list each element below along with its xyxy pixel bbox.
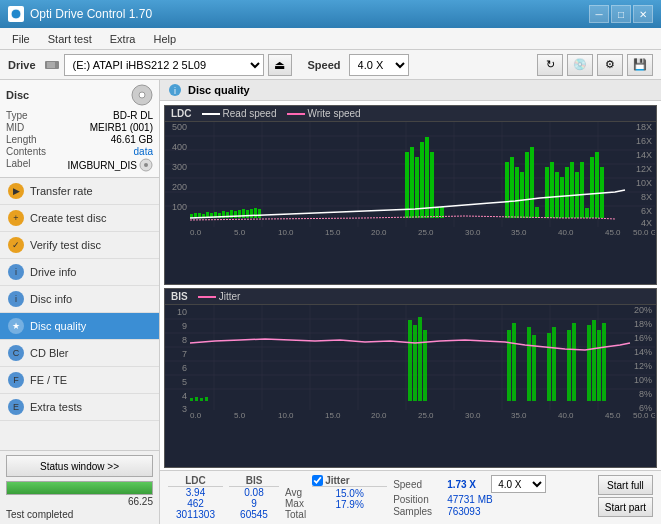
- svg-rect-2: [47, 62, 55, 68]
- ldc-max: 462: [168, 498, 223, 509]
- sidebar-item-drive-info[interactable]: i Drive info: [0, 259, 159, 286]
- bis-header: BIS: [229, 475, 279, 487]
- start-full-button[interactable]: Start full: [598, 475, 653, 495]
- drive-info-icon: i: [8, 264, 24, 280]
- svg-rect-56: [405, 152, 409, 218]
- legend-write-speed-color: [287, 113, 305, 115]
- svg-rect-136: [527, 327, 531, 401]
- fe-te-icon: F: [8, 372, 24, 388]
- cd-bler-icon: C: [8, 345, 24, 361]
- bis-stats: BIS 0.08 9 60545: [229, 475, 279, 520]
- position-val: 47731 MB: [447, 494, 493, 505]
- bis-avg: 0.08: [229, 487, 279, 498]
- disc-contents-label: Contents: [6, 146, 46, 157]
- settings-button[interactable]: ⚙: [597, 54, 623, 76]
- sidebar-item-verify-test-disc[interactable]: ✓ Verify test disc: [0, 232, 159, 259]
- jitter-checkbox[interactable]: [312, 475, 323, 486]
- speed-label: Speed: [308, 59, 341, 71]
- speed-selector-stats[interactable]: 4.0 X: [491, 475, 546, 493]
- svg-rect-52: [246, 210, 249, 218]
- create-test-icon: +: [8, 210, 24, 226]
- svg-rect-139: [552, 327, 556, 401]
- nav-label-extra-tests: Extra tests: [30, 401, 82, 413]
- app-icon: [8, 6, 24, 22]
- sidebar-item-transfer-rate[interactable]: ▶ Transfer rate: [0, 178, 159, 205]
- close-button[interactable]: ✕: [633, 5, 653, 23]
- save-button[interactable]: 💾: [627, 54, 653, 76]
- svg-text:0.0: 0.0: [190, 228, 202, 237]
- svg-rect-71: [545, 167, 549, 218]
- svg-rect-78: [580, 162, 584, 218]
- drive-icon: [44, 57, 60, 73]
- max-label: Max: [285, 498, 304, 509]
- sidebar-progress-text: 66.25: [6, 496, 153, 507]
- total-label: Total: [285, 509, 306, 520]
- refresh-button[interactable]: ↻: [537, 54, 563, 76]
- svg-rect-74: [560, 177, 564, 218]
- svg-rect-133: [423, 330, 427, 401]
- sidebar-item-disc-info[interactable]: i Disc info: [0, 286, 159, 313]
- speed-selector[interactable]: 4.0 X: [349, 54, 409, 76]
- start-part-button[interactable]: Start part: [598, 497, 653, 517]
- minimize-button[interactable]: ─: [589, 5, 609, 23]
- svg-text:5.0: 5.0: [234, 228, 246, 237]
- avg-label: Avg: [285, 487, 302, 498]
- sidebar-item-create-test-disc[interactable]: + Create test disc: [0, 205, 159, 232]
- chart-panel-2: BIS Jitter: [164, 288, 657, 468]
- menu-extra[interactable]: Extra: [102, 31, 144, 47]
- nav-label-drive-info: Drive info: [30, 266, 76, 278]
- svg-point-6: [144, 163, 148, 167]
- svg-text:18X: 18X: [636, 122, 652, 132]
- svg-text:45.0: 45.0: [605, 411, 621, 420]
- svg-text:8: 8: [182, 335, 187, 345]
- svg-text:8X: 8X: [641, 192, 652, 202]
- drivebar: Drive (E:) ATAPI iHBS212 2 5L09 ⏏ Speed …: [0, 50, 661, 80]
- svg-text:40.0: 40.0: [558, 228, 574, 237]
- bis-total: 60545: [229, 509, 279, 520]
- sidebar-item-cd-bler[interactable]: C CD Bler: [0, 340, 159, 367]
- maximize-button[interactable]: □: [611, 5, 631, 23]
- ldc-header: LDC: [168, 475, 223, 487]
- nav-label-transfer-rate: Transfer rate: [30, 185, 93, 197]
- sidebar-item-disc-quality[interactable]: ★ Disc quality: [0, 313, 159, 340]
- svg-rect-72: [550, 162, 554, 218]
- disc-panel: Disc Type BD-R DL MID MEIRB1 (001) Lengt…: [0, 80, 159, 178]
- svg-text:i: i: [174, 86, 176, 96]
- status-window-button[interactable]: Status window >>: [6, 455, 153, 477]
- legend-jitter-color: [198, 296, 216, 298]
- svg-point-4: [139, 92, 145, 98]
- svg-rect-138: [547, 333, 551, 401]
- disc-mid-value: MEIRB1 (001): [90, 122, 153, 133]
- drive-selector[interactable]: (E:) ATAPI iHBS212 2 5L09: [64, 54, 264, 76]
- nav-label-cd-bler: CD Bler: [30, 347, 69, 359]
- sidebar: Disc Type BD-R DL MID MEIRB1 (001) Lengt…: [0, 80, 160, 524]
- jitter-stats: Jitter 15.0% 17.9%: [312, 475, 387, 510]
- sidebar-item-fe-te[interactable]: F FE / TE: [0, 367, 159, 394]
- svg-rect-73: [555, 172, 559, 218]
- svg-text:7: 7: [182, 349, 187, 359]
- status-text: Test completed: [6, 509, 153, 520]
- svg-text:12X: 12X: [636, 164, 652, 174]
- start-buttons: Start full Start part: [598, 475, 653, 517]
- menu-starttest[interactable]: Start test: [40, 31, 100, 47]
- svg-rect-140: [567, 330, 571, 401]
- menu-file[interactable]: File: [4, 31, 38, 47]
- position-label: Position: [393, 494, 443, 505]
- menu-help[interactable]: Help: [145, 31, 184, 47]
- eject-button[interactable]: ⏏: [268, 54, 292, 76]
- disc-button[interactable]: 💿: [567, 54, 593, 76]
- svg-text:35.0: 35.0: [511, 228, 527, 237]
- jitter-header: Jitter: [325, 475, 349, 486]
- sidebar-item-extra-tests[interactable]: E Extra tests: [0, 394, 159, 421]
- nav-label-disc-info: Disc info: [30, 293, 72, 305]
- svg-text:18%: 18%: [634, 319, 652, 329]
- samples-val: 763093: [447, 506, 480, 517]
- chart-header: i Disc quality: [160, 80, 661, 101]
- speed-position-info: Speed 1.73 X 4.0 X Position 47731 MB Sam…: [393, 475, 592, 517]
- samples-label: Samples: [393, 506, 443, 517]
- legend-write-speed-label: Write speed: [308, 108, 361, 119]
- bis-max: 9: [229, 498, 279, 509]
- svg-rect-70: [535, 207, 539, 218]
- ldc-avg: 3.94: [168, 487, 223, 498]
- svg-rect-60: [425, 137, 429, 218]
